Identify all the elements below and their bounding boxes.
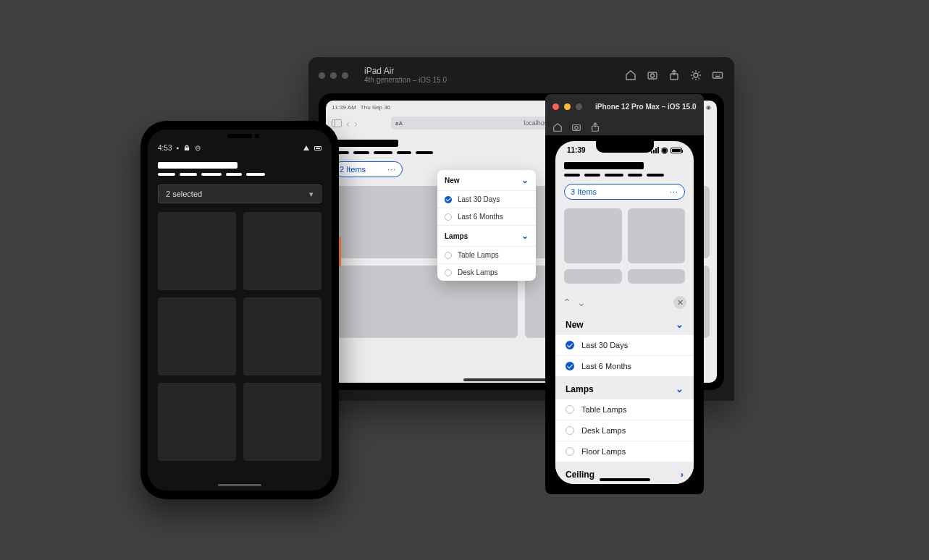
radio-icon bbox=[445, 213, 452, 221]
close-button[interactable]: ✕ bbox=[673, 296, 686, 309]
filter-chip[interactable]: 3 Items ··· bbox=[564, 184, 685, 200]
filter-option[interactable]: Last 30 Days bbox=[555, 334, 694, 355]
filter-section-header[interactable]: New ⌄ bbox=[555, 312, 694, 334]
camera-icon[interactable] bbox=[646, 69, 659, 82]
filter-chip-more-icon: ··· bbox=[387, 165, 396, 174]
wifi-icon: ◉ bbox=[661, 145, 668, 155]
iphone-toolbar bbox=[545, 119, 704, 135]
filter-option[interactable]: Last 6 Months bbox=[555, 355, 694, 376]
android-screen: 4:53 ▪ 🔒︎ ⊖ 2 selected bbox=[148, 130, 332, 491]
product-tile[interactable] bbox=[158, 383, 236, 461]
filter-option[interactable]: Desk Lamps bbox=[555, 420, 694, 441]
brightness-icon[interactable] bbox=[689, 69, 702, 82]
status-time: 11:39 bbox=[567, 146, 586, 154]
chevron-down-icon[interactable]: ⌄ bbox=[577, 297, 586, 308]
radio-icon bbox=[445, 252, 452, 259]
battery-icon bbox=[314, 146, 321, 150]
filter-sheet: ⌃ ⌄ ✕ New ⌄ Last 30 Days bbox=[555, 293, 694, 484]
home-indicator[interactable] bbox=[218, 484, 261, 486]
filter-option-label: Last 6 Months bbox=[581, 362, 631, 370]
chevron-down-icon: ⌄ bbox=[521, 231, 529, 241]
share-icon[interactable] bbox=[668, 69, 681, 82]
filter-section-title: Lamps bbox=[445, 232, 468, 240]
filter-section-title: Ceiling bbox=[566, 470, 594, 480]
filter-select[interactable]: 2 selected bbox=[158, 184, 321, 203]
product-tile[interactable] bbox=[158, 212, 236, 290]
chevron-down-icon: ⌄ bbox=[676, 383, 684, 394]
chevron-right-icon: › bbox=[681, 469, 684, 480]
filter-option-label: Table Lamps bbox=[581, 405, 626, 414]
filter-option-label: Last 6 Months bbox=[458, 213, 503, 221]
filter-section-title: New bbox=[445, 177, 460, 184]
radio-checked-icon bbox=[445, 196, 452, 203]
speaker-notch bbox=[227, 134, 252, 138]
filter-chip-label: 3 Items bbox=[571, 187, 597, 196]
notification-icon: ▪ bbox=[176, 144, 179, 152]
radio-icon bbox=[566, 426, 574, 435]
reader-icon[interactable]: aA bbox=[395, 120, 403, 127]
filter-option-label: Last 30 Days bbox=[458, 195, 500, 203]
filter-section-header[interactable]: Lamps ⌄ bbox=[555, 376, 694, 399]
iphone-screen: 11:39 ◉ 3 Items ··· bbox=[555, 141, 694, 484]
page-title-skeleton bbox=[333, 140, 398, 147]
product-tile[interactable] bbox=[564, 208, 622, 263]
filter-section-header[interactable]: Lamps ⌄ bbox=[437, 225, 536, 246]
home-indicator[interactable] bbox=[600, 478, 650, 481]
window-traffic-lights[interactable] bbox=[319, 72, 348, 79]
back-button[interactable]: ‹ bbox=[346, 117, 350, 130]
filter-option[interactable]: Desk Lamps bbox=[437, 263, 536, 281]
product-tile[interactable] bbox=[628, 208, 686, 263]
status-time: 11:39 AM bbox=[332, 104, 356, 111]
filter-option-label: Desk Lamps bbox=[458, 268, 498, 276]
iphone-bezel: 11:39 ◉ 3 Items ··· bbox=[545, 135, 704, 494]
product-tile[interactable] bbox=[243, 297, 321, 376]
sheet-toolbar: ⌃ ⌄ ✕ bbox=[555, 293, 694, 312]
iphone-titlebar: iPhone 12 Pro Max – iOS 15.0 bbox=[545, 94, 704, 119]
filter-chip[interactable]: 2 Items ··· bbox=[333, 161, 403, 177]
page-title-skeleton bbox=[564, 162, 644, 169]
home-icon[interactable] bbox=[552, 122, 563, 132]
window-traffic-lights[interactable] bbox=[552, 103, 582, 110]
sidebar-toggle-icon[interactable] bbox=[332, 119, 342, 127]
filter-select-label: 2 selected bbox=[166, 190, 202, 198]
filter-option[interactable]: Table Lamps bbox=[437, 246, 536, 263]
battery-icon bbox=[671, 148, 682, 153]
home-icon[interactable] bbox=[624, 69, 637, 82]
radio-checked-icon bbox=[566, 341, 574, 349]
product-tile[interactable] bbox=[243, 383, 321, 461]
filter-option-label: Table Lamps bbox=[458, 251, 499, 259]
filter-option-label: Floor Lamps bbox=[581, 447, 626, 456]
filter-popover: New ⌄ Last 30 Days Last 6 Months Lam bbox=[437, 170, 536, 281]
ipad-titlebar: iPad Air 4th generation – iOS 15.0 bbox=[308, 57, 734, 93]
share-icon[interactable] bbox=[590, 122, 600, 132]
product-tile[interactable] bbox=[243, 212, 321, 290]
filter-option[interactable]: Last 30 Days bbox=[437, 190, 536, 208]
product-tile[interactable] bbox=[158, 297, 236, 376]
forward-button[interactable]: › bbox=[354, 117, 358, 130]
chevron-up-icon[interactable]: ⌃ bbox=[563, 297, 571, 308]
filter-section-title: Lamps bbox=[566, 384, 594, 394]
status-time: 4:53 bbox=[158, 144, 172, 152]
filter-option-label: Last 30 Days bbox=[581, 341, 628, 349]
filter-option-label: Desk Lamps bbox=[581, 426, 626, 435]
filter-option[interactable]: Last 6 Months bbox=[437, 208, 536, 225]
page-subtitle-skeleton bbox=[158, 173, 321, 176]
iphone-simulator-window: iPhone 12 Pro Max – iOS 15.0 11:39 ◉ bbox=[545, 94, 704, 494]
filter-chip-more-icon: ··· bbox=[670, 187, 678, 196]
radio-icon bbox=[445, 269, 452, 276]
camera-icon[interactable] bbox=[571, 122, 581, 132]
filter-option[interactable]: Table Lamps bbox=[555, 399, 694, 420]
filter-section-header[interactable]: New ⌄ bbox=[437, 170, 536, 190]
ipad-subtitle: 4th generation – iOS 15.0 bbox=[364, 76, 447, 85]
status-date: Thu Sep 30 bbox=[361, 104, 390, 111]
product-tile[interactable] bbox=[628, 269, 686, 284]
debug-icon: ⊖ bbox=[195, 144, 201, 152]
lock-icon: 🔒︎ bbox=[183, 144, 190, 152]
filter-option[interactable]: Floor Lamps bbox=[555, 441, 694, 462]
keyboard-icon[interactable] bbox=[711, 69, 724, 82]
product-tile[interactable] bbox=[564, 269, 622, 284]
iphone-title: iPhone 12 Pro Max – iOS 15.0 bbox=[595, 103, 697, 111]
page-title-skeleton bbox=[158, 162, 237, 169]
filter-chip-label: 2 Items bbox=[340, 165, 366, 174]
android-device: 4:53 ▪ 🔒︎ ⊖ 2 selected bbox=[140, 121, 339, 499]
